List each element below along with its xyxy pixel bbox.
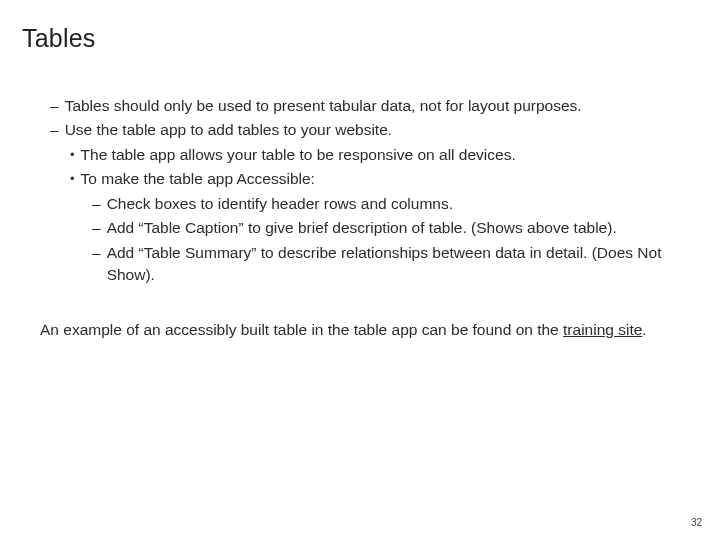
bullet-text: To make the table app Accessible: — [81, 168, 698, 190]
slide-body: Tables should only be used to present ta… — [22, 95, 698, 287]
bullet-text: Use the table app to add tables to your … — [65, 119, 698, 141]
dot-icon — [70, 168, 81, 190]
bullet-level1: Use the table app to add tables to your … — [22, 119, 698, 141]
bullet-level2: The table app allows your table to be re… — [22, 144, 698, 166]
bullet-level3: Add “Table Caption” to give brief descri… — [22, 217, 698, 239]
bullet-text: The table app allows your table to be re… — [81, 144, 698, 166]
dash-icon — [92, 193, 107, 215]
footer-text-post: . — [642, 321, 646, 338]
slide-title: Tables — [22, 24, 698, 53]
dot-icon — [70, 144, 81, 166]
bullet-text: Add “Table Caption” to give brief descri… — [107, 217, 698, 239]
dash-icon — [92, 242, 107, 287]
bullet-text: Add “Table Summary” to describe relation… — [107, 242, 698, 287]
bullet-level3: Check boxes to identify header rows and … — [22, 193, 698, 215]
bullet-text: Check boxes to identify header rows and … — [107, 193, 698, 215]
bullet-level3: Add “Table Summary” to describe relation… — [22, 242, 698, 287]
bullet-level2: To make the table app Accessible: — [22, 168, 698, 190]
dash-icon — [92, 217, 107, 239]
page-number: 32 — [691, 517, 702, 528]
footer-text-pre: An example of an accessibly built table … — [40, 321, 563, 338]
training-site-link[interactable]: training site — [563, 321, 642, 338]
dash-icon — [50, 95, 65, 117]
dash-icon — [50, 119, 65, 141]
bullet-level1: Tables should only be used to present ta… — [22, 95, 698, 117]
footer-paragraph: An example of an accessibly built table … — [22, 319, 698, 341]
bullet-text: Tables should only be used to present ta… — [65, 95, 698, 117]
